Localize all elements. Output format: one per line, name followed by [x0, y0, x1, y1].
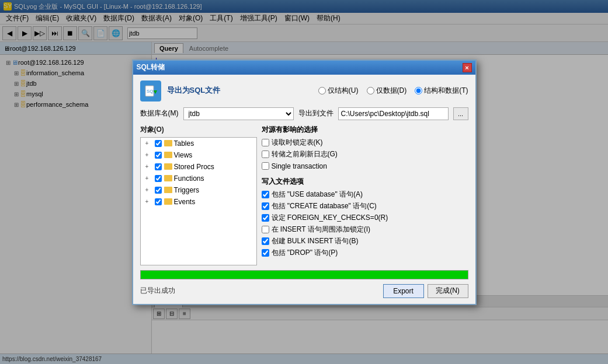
- checkbox-use-db[interactable]: [262, 191, 269, 198]
- folder-icon-events: [164, 198, 172, 205]
- radio-both-input[interactable]: [415, 87, 422, 94]
- obj-triggers[interactable]: + Triggers: [141, 184, 256, 196]
- dialog-title-bar: SQL转储 ×: [133, 61, 475, 75]
- write-options-section: 写入文件选项 包括 "USE database" 语句(A) 包括 "CREAT…: [262, 177, 468, 259]
- checkbox-lock-tables[interactable]: [262, 139, 269, 146]
- checkbox-tables[interactable]: [155, 140, 162, 147]
- export-status: 已导出成功: [140, 286, 175, 296]
- label-single-transaction: Single transaction: [272, 162, 327, 170]
- obj-functions-label: Functions: [174, 174, 204, 183]
- obj-views[interactable]: + Views: [141, 149, 256, 161]
- db-select[interactable]: jtdb: [183, 107, 294, 120]
- objects-section-label: 对象(O): [140, 125, 257, 135]
- label-lock-insert: 在 INSERT 语句周围添加锁定(I): [272, 225, 371, 235]
- expand-triggers: +: [145, 187, 152, 193]
- checkbox-create-db[interactable]: [262, 202, 269, 210]
- folder-icon-functions: [164, 175, 172, 181]
- obj-events-label: Events: [174, 198, 196, 206]
- checkbox-bulk-insert[interactable]: [262, 237, 269, 245]
- radio-structure-only[interactable]: 仅结构(U): [318, 86, 359, 96]
- db-name-row: 数据库名(M) jtdb 导出到文件 ...: [140, 107, 468, 120]
- obj-views-label: Views: [174, 151, 193, 159]
- checkbox-functions[interactable]: [155, 175, 162, 182]
- options-column: 对源有影响的选择 读取时锁定表(K) 转储之前刷新日志(G): [262, 125, 468, 265]
- finish-button[interactable]: 完成(N): [428, 284, 468, 298]
- dialog-close-button[interactable]: ×: [463, 63, 472, 72]
- obj-stored-procs[interactable]: + Stored Procs: [141, 161, 256, 173]
- expand-procs: +: [145, 163, 152, 170]
- check-single-transaction: Single transaction: [262, 160, 468, 172]
- radio-data-label: 仅数据(D): [376, 86, 407, 96]
- expand-events: +: [145, 198, 152, 205]
- check-foreign-key: 设定 FOREIGN_KEY_CHECKS=0(R): [262, 212, 468, 224]
- source-options-title: 对源有影响的选择: [262, 125, 468, 135]
- folder-icon-triggers: [164, 187, 172, 193]
- export-svg-icon: SQL: [144, 85, 157, 97]
- folder-icon-procs: [164, 163, 172, 170]
- export-icon: SQL: [140, 80, 161, 102]
- dialog-overlay: SQL转储 × SQL 导出为SQL文件: [0, 0, 608, 364]
- write-options-title: 写入文件选项: [262, 177, 468, 187]
- progress-container: [140, 270, 468, 279]
- checkbox-lock-insert[interactable]: [262, 226, 269, 233]
- label-drop: 包括 "DROP" 语句(P): [272, 248, 338, 258]
- label-bulk-insert: 创建 BULK INSERT 语句(B): [272, 236, 359, 246]
- checkbox-single-transaction[interactable]: [262, 162, 269, 170]
- source-options-section: 对源有影响的选择 读取时锁定表(K) 转储之前刷新日志(G): [262, 125, 468, 172]
- radio-both-label: 结构和数据(T): [424, 86, 468, 96]
- button-row: Export 完成(N): [383, 284, 468, 298]
- check-lock-insert: 在 INSERT 语句周围添加锁定(I): [262, 224, 468, 236]
- radio-data-input[interactable]: [367, 87, 374, 94]
- checkbox-procs[interactable]: [155, 163, 162, 170]
- obj-tables-label: Tables: [174, 139, 194, 148]
- export-button[interactable]: Export: [383, 284, 424, 298]
- label-use-db: 包括 "USE database" 语句(A): [272, 190, 363, 200]
- check-lock-tables: 读取时锁定表(K): [262, 137, 468, 149]
- label-create-db: 包括 "CREATE database" 语句(C): [272, 201, 377, 211]
- obj-functions[interactable]: + Functions: [141, 173, 256, 184]
- app-window: SY SQLyog 企业版 - MySQL GUI - [Linux-M - r…: [0, 0, 608, 364]
- dialog-title: SQL转储: [137, 62, 165, 72]
- check-create-db: 包括 "CREATE database" 语句(C): [262, 201, 468, 212]
- sql-export-dialog: SQL转储 × SQL 导出为SQL文件: [132, 60, 477, 305]
- check-drop: 包括 "DROP" 语句(P): [262, 247, 468, 259]
- radio-structure-data[interactable]: 结构和数据(T): [415, 86, 468, 96]
- expand-views: +: [145, 152, 152, 158]
- obj-triggers-label: Triggers: [174, 186, 200, 194]
- expand-tables: +: [145, 140, 152, 146]
- checkbox-events[interactable]: [155, 198, 162, 205]
- two-col-area: 对象(O) + Tables +: [140, 125, 468, 265]
- label-foreign-key: 设定 FOREIGN_KEY_CHECKS=0(R): [272, 213, 388, 223]
- folder-icon-tables: [164, 140, 172, 146]
- radio-structure-label: 仅结构(U): [328, 86, 359, 96]
- obj-tables[interactable]: + Tables: [141, 138, 256, 149]
- checkbox-triggers[interactable]: [155, 187, 162, 194]
- checkbox-flush-logs[interactable]: [262, 150, 269, 158]
- obj-events[interactable]: + Events: [141, 196, 256, 208]
- progress-fill: [141, 271, 468, 279]
- check-bulk-insert: 创建 BULK INSERT 语句(B): [262, 236, 468, 247]
- check-use-db: 包括 "USE database" 语句(A): [262, 189, 468, 201]
- browse-button[interactable]: ...: [453, 107, 468, 120]
- dialog-body: SQL 导出为SQL文件 仅结构(U): [133, 75, 475, 304]
- export-title-text: 导出为SQL文件: [167, 85, 221, 97]
- checkbox-drop[interactable]: [262, 249, 269, 257]
- objects-panel[interactable]: + Tables + Views: [140, 137, 257, 265]
- obj-procs-label: Stored Procs: [174, 163, 214, 171]
- status-row: 已导出成功 Export 完成(N): [140, 284, 468, 298]
- file-path-input[interactable]: [338, 107, 449, 120]
- expand-functions: +: [145, 175, 152, 181]
- folder-icon-views: [164, 152, 172, 158]
- db-name-label: 数据库名(M): [140, 108, 179, 118]
- checkbox-foreign-key[interactable]: [262, 214, 269, 222]
- radio-data-only[interactable]: 仅数据(D): [367, 86, 407, 96]
- objects-column: 对象(O) + Tables +: [140, 125, 257, 265]
- export-to-label: 导出到文件: [298, 108, 333, 118]
- label-lock-tables: 读取时锁定表(K): [272, 138, 323, 148]
- export-radio-group: 仅结构(U) 仅数据(D) 结构和数据(T): [318, 86, 468, 96]
- export-header: SQL 导出为SQL文件 仅结构(U): [140, 80, 468, 102]
- check-flush-logs: 转储之前刷新日志(G): [262, 149, 468, 160]
- label-flush-logs: 转储之前刷新日志(G): [272, 149, 338, 159]
- checkbox-views[interactable]: [155, 152, 162, 159]
- radio-structure-input[interactable]: [318, 87, 326, 94]
